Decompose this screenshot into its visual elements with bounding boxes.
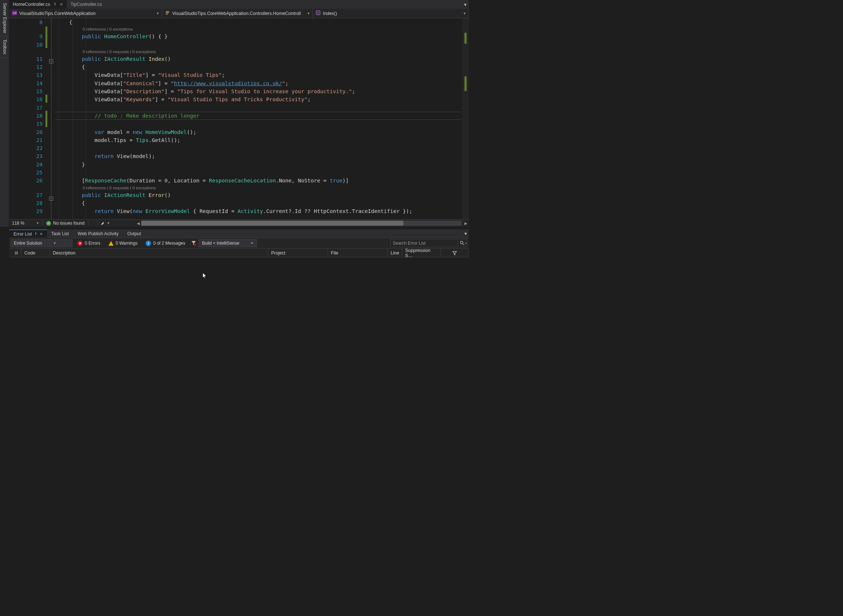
- bottom-panel-tabs: Error List ✕ Task List Web Publish Activ…: [9, 229, 469, 238]
- line-number: 18: [9, 112, 45, 120]
- header-description[interactable]: Description: [50, 249, 268, 257]
- category-icon: [15, 251, 18, 255]
- header-file[interactable]: File: [328, 249, 388, 257]
- header-project[interactable]: Project: [268, 249, 328, 257]
- line-number: 19: [9, 120, 45, 128]
- pin-icon[interactable]: [53, 2, 57, 7]
- error-list-body: [9, 257, 469, 343]
- line-number: 8: [9, 18, 45, 26]
- document-tab-bar: HomeController.cs ✕ TipController.cs ▾: [9, 0, 469, 9]
- header-severity[interactable]: [9, 249, 22, 257]
- tab-label: TipController.cs: [70, 2, 102, 7]
- tab-label: Error List: [13, 232, 32, 237]
- chevron-down-icon: ▼: [251, 241, 254, 245]
- build-intellisense-combo[interactable]: Build + IntelliSense ▼: [199, 239, 257, 247]
- overview-ruler[interactable]: [462, 18, 469, 219]
- errors-filter[interactable]: ✕ 0 Errors: [74, 239, 104, 247]
- line-number: 29: [9, 207, 45, 215]
- tab-label: HomeController.cs: [13, 2, 50, 7]
- line-number: 9: [9, 32, 45, 40]
- codelens[interactable]: 0 references | 0 requests | 0 exceptions: [55, 185, 462, 191]
- namespace-combo[interactable]: C# VisualStudioTips.CoreWebApplication ▼: [9, 9, 162, 18]
- pin-icon[interactable]: [34, 232, 38, 236]
- close-icon[interactable]: ✕: [40, 232, 43, 236]
- messages-filter[interactable]: i 0 of 2 Messages: [142, 239, 189, 247]
- class-icon: [165, 10, 170, 16]
- editor-mode-combo[interactable]: ▼: [98, 221, 113, 225]
- tab-error-list[interactable]: Error List ✕: [9, 229, 47, 238]
- svg-rect-8: [15, 252, 16, 253]
- tab-web-publish[interactable]: Web Publish Activity: [73, 229, 123, 238]
- error-list-toolbar: Entire Solution ▼ ✕ 0 Errors 0 Warnings …: [9, 238, 469, 249]
- header-line[interactable]: Line: [388, 249, 402, 257]
- scroll-right-icon[interactable]: ▶: [463, 221, 469, 225]
- line-number: 13: [9, 71, 45, 79]
- warnings-count: 0 Warnings: [116, 241, 138, 246]
- pencil-icon: [101, 221, 105, 225]
- code-editor[interactable]: 8 9 10 11 12 13 14 15 16 17 18 19 20 21 …: [9, 18, 469, 219]
- toolbox-tab[interactable]: Toolbox: [0, 37, 9, 57]
- line-number: 21: [9, 136, 45, 144]
- chevron-down-icon: ▼: [156, 12, 160, 15]
- zoom-value: 118 %: [12, 221, 24, 226]
- line-number: 12: [9, 63, 45, 71]
- zoom-combo[interactable]: 118 % ▼: [9, 221, 43, 226]
- tab-output[interactable]: Output: [123, 229, 146, 238]
- errors-count: 0 Errors: [85, 241, 100, 246]
- codelens[interactable]: 0 references | 0 exceptions: [55, 26, 462, 32]
- panel-overflow-dropdown[interactable]: ▾: [462, 229, 469, 238]
- csharp-project-icon: C#: [12, 10, 17, 16]
- issues-text: No issues found: [53, 221, 84, 226]
- clear-filters-button[interactable]: [190, 239, 197, 247]
- header-code[interactable]: Code: [22, 249, 50, 257]
- line-number: 24: [9, 161, 45, 169]
- scrollbar-thumb[interactable]: [141, 221, 403, 226]
- svg-point-6: [460, 241, 463, 244]
- side-tool-tabs: Server Explorer Toolbox: [0, 0, 9, 227]
- chevron-down-icon: ▼: [307, 12, 310, 15]
- url-link[interactable]: http://www.visualstudiotips.co.uk/: [174, 81, 282, 86]
- namespace-label: VisualStudioTips.CoreWebApplication: [19, 11, 96, 16]
- tab-label: Output: [128, 231, 141, 236]
- search-placeholder: Search Error List: [393, 241, 425, 246]
- warnings-filter[interactable]: 0 Warnings: [105, 239, 141, 247]
- member-combo[interactable]: Index() ▼: [313, 9, 469, 18]
- search-error-list[interactable]: Search Error List: [390, 239, 458, 247]
- messages-count: 0 of 2 Messages: [153, 241, 185, 246]
- line-number: 17: [9, 104, 45, 112]
- chevron-down-icon: ▼: [36, 221, 39, 225]
- class-combo[interactable]: VisualStudioTips.CoreWebApplication.Cont…: [162, 9, 313, 18]
- svg-line-7: [463, 243, 464, 245]
- scroll-left-icon[interactable]: ◀: [135, 221, 141, 225]
- line-number-gutter: 8 9 10 11 12 13 14 15 16 17 18 19 20 21 …: [9, 18, 45, 219]
- tab-label: Task List: [51, 231, 69, 236]
- code-content[interactable]: { 0 references | 0 exceptions public Hom…: [55, 18, 462, 219]
- line-number: 20: [9, 128, 45, 136]
- line-number: 25: [9, 169, 45, 177]
- tab-task-list[interactable]: Task List: [47, 229, 73, 238]
- scope-label: Entire Solution: [14, 241, 42, 246]
- line-number: 23: [9, 152, 45, 160]
- horizontal-scrollbar[interactable]: [141, 221, 462, 226]
- scope-combo[interactable]: Entire Solution ▼: [10, 239, 72, 247]
- build-combo-label: Build + IntelliSense: [202, 241, 239, 246]
- navigation-bar: C# VisualStudioTips.CoreWebApplication ▼…: [9, 9, 469, 18]
- tab-tipcontroller[interactable]: TipController.cs: [67, 0, 106, 9]
- issues-indicator[interactable]: ✓ No issues found: [43, 221, 88, 226]
- line-number: 15: [9, 87, 45, 95]
- tab-homecontroller[interactable]: HomeController.cs ✕: [9, 0, 67, 9]
- header-suppression[interactable]: Suppression S…: [402, 249, 441, 257]
- check-icon: ✓: [46, 221, 51, 226]
- codelens[interactable]: 0 references | 0 requests | 0 exceptions: [55, 49, 462, 55]
- header-filter[interactable]: [441, 249, 469, 257]
- line-number: 27: [9, 191, 45, 199]
- tab-overflow-dropdown[interactable]: ▾: [462, 0, 469, 9]
- server-explorer-tab[interactable]: Server Explorer: [0, 0, 9, 37]
- search-icon: [460, 241, 465, 246]
- class-label: VisualStudioTips.CoreWebApplication.Cont…: [172, 11, 301, 16]
- outline-margin: − −: [48, 18, 55, 219]
- svg-text:C#: C#: [12, 11, 16, 15]
- search-button[interactable]: ▾: [459, 239, 468, 247]
- editor-status-bar: 118 % ▼ ✓ No issues found ▼ ◀ ▶: [9, 219, 469, 227]
- close-icon[interactable]: ✕: [60, 2, 63, 7]
